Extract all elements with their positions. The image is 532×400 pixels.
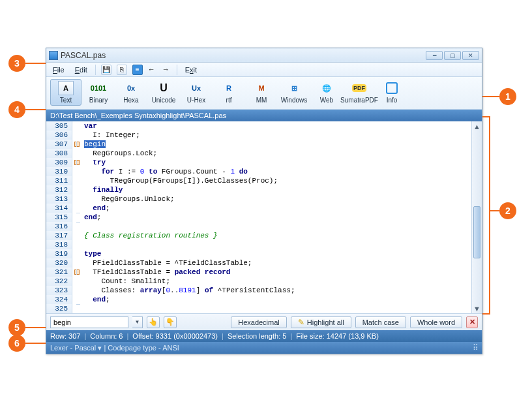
find-next-button[interactable]: 👇 — [164, 316, 177, 328]
code-line[interactable]: 318 — [46, 240, 471, 249]
app-window: PASCAL.pas ━ ▢ ✕ File Edit 💾 ⎘ ≡ ← → Exi… — [46, 48, 482, 354]
code-line[interactable]: 309 try — [46, 158, 471, 167]
code-text: PFieldClassTable = ^TFieldClassTable; — [81, 258, 252, 268]
code-text: try — [81, 158, 106, 167]
code-line[interactable]: 325 — [46, 304, 471, 313]
line-number: 319 — [46, 249, 72, 258]
toolbar: AText0101Binary0xHexaUUnicodeUxU-HexRrtf… — [46, 77, 482, 110]
toolbar-web-button[interactable]: 🌐Web — [311, 79, 342, 106]
toolbar-info-button[interactable]: Info — [376, 79, 407, 106]
code-text: { Class registration routines } — [81, 231, 218, 240]
code-line[interactable]: 305var — [46, 121, 471, 131]
code-line[interactable]: 321 TFieldClassTable = packed record — [46, 268, 471, 277]
app-icon — [49, 51, 58, 60]
code-text: finally — [81, 185, 123, 194]
status-codepage[interactable]: Codepage type - ANSI — [108, 344, 179, 352]
toolbar-binary-button[interactable]: 0101Binary — [83, 79, 114, 106]
whole-word-button[interactable]: Whole word — [410, 316, 462, 328]
menu-edit[interactable]: Edit — [72, 65, 90, 75]
annotation-2: 2 — [499, 202, 516, 219]
code-text: RegGroups.Unlock; — [81, 194, 175, 204]
scrollbar-thumb[interactable] — [473, 206, 480, 258]
find-dropdown[interactable]: ▼ — [132, 316, 143, 328]
menu-exit[interactable]: Exit — [183, 65, 200, 75]
toolbar-windows-button[interactable]: ⊞Windows — [278, 79, 310, 106]
code-text: end; — [81, 295, 110, 304]
code-line[interactable]: 323 Classes: array[0..8191] of ^TPersist… — [46, 286, 471, 295]
line-number: 307 — [46, 140, 72, 149]
code-editor[interactable]: 305var306 I: Integer;307begin308 RegGrou… — [46, 121, 471, 313]
toolbar-unicode-button[interactable]: UUnicode — [148, 79, 179, 106]
line-number: 313 — [46, 194, 72, 204]
line-number: 323 — [46, 286, 72, 295]
menu-icon-blank2[interactable]: → — [162, 65, 171, 74]
status-bar: Row: 307| Column: 6| Offset: 9331 (0x000… — [46, 330, 482, 342]
code-line[interactable]: 320 PFieldClassTable = ^TFieldClassTable… — [46, 258, 471, 268]
code-line[interactable]: 307begin — [46, 140, 471, 149]
code-text: Count: Smallint; — [81, 277, 170, 286]
status-row: Row: 307 — [50, 332, 80, 340]
line-number: 317 — [46, 231, 72, 240]
code-line[interactable]: 310 for I := 0 to FGroups.Count - 1 do — [46, 167, 471, 176]
code-text: end; — [81, 213, 101, 222]
line-number: 322 — [46, 277, 72, 286]
line-number: 315 — [46, 213, 72, 222]
line-number: 314 — [46, 204, 72, 213]
code-text: RegGroups.Lock; — [81, 149, 157, 158]
findbar-close-button[interactable]: ✕ — [466, 316, 478, 328]
code-line[interactable]: 324 end; — [46, 295, 471, 304]
code-line[interactable]: 319type — [46, 249, 471, 258]
toolbar-rtf-button[interactable]: Rrtf — [213, 79, 244, 106]
path-text: D:\Test Bench\_Exemples Syntaxhighlight\… — [50, 112, 226, 119]
line-number: 308 — [46, 149, 72, 158]
find-prev-button[interactable]: 👆 — [147, 316, 160, 328]
code-line[interactable]: 313 RegGroups.Unlock; — [46, 194, 471, 204]
code-line[interactable]: 306 I: Integer; — [46, 131, 471, 140]
annotation-5: 5 — [8, 319, 25, 336]
minimize-button[interactable]: ━ — [426, 51, 443, 60]
toolbar-text-button[interactable]: AText — [50, 79, 81, 106]
annotation-3: 3 — [8, 55, 25, 72]
line-number: 311 — [46, 176, 72, 185]
code-line[interactable]: 312 finally — [46, 185, 471, 194]
menu-icon-save[interactable]: 💾 — [101, 65, 111, 75]
match-case-button[interactable]: Match case — [355, 316, 406, 328]
toolbar-pdf-button[interactable]: PDFSumatraPDF — [344, 79, 375, 106]
code-line[interactable]: 308 RegGroups.Lock; — [46, 149, 471, 158]
code-text: end; — [81, 204, 110, 213]
vertical-scrollbar[interactable]: ▲ ▼ — [471, 121, 482, 313]
toolbar-hex-button[interactable]: 0xHexa — [115, 79, 147, 106]
toolbar-mm-button[interactable]: MMM — [246, 79, 277, 106]
code-line[interactable]: 314 end; — [46, 204, 471, 213]
code-text: TRegGroup(FGroups[I]).GetClasses(Proc); — [81, 176, 278, 185]
menu-file[interactable]: File — [50, 65, 67, 75]
line-number: 320 — [46, 258, 72, 268]
menu-icon-copy[interactable]: ⎘ — [117, 65, 127, 75]
menu-icon-tool[interactable]: ≡ — [132, 65, 143, 75]
code-line[interactable]: 317{ Class registration routines } — [46, 231, 471, 240]
status-bar-2: Lexer - Pascal ▾ | Codepage type - ANSI … — [46, 342, 482, 354]
code-text: var — [81, 121, 97, 131]
highlight-all-button[interactable]: ✎Highlight all — [291, 316, 351, 328]
resize-grip-icon[interactable]: ⠿ — [473, 343, 478, 352]
line-number: 312 — [46, 185, 72, 194]
maximize-button[interactable]: ▢ — [444, 51, 461, 60]
window-title: PASCAL.pas — [61, 51, 424, 60]
code-line[interactable]: 316 — [46, 222, 471, 231]
code-line[interactable]: 315end; — [46, 213, 471, 222]
menu-icon-blank[interactable]: ← — [148, 65, 157, 74]
find-input[interactable] — [50, 316, 128, 328]
status-offset: Offset: 9331 (0x00002473) — [132, 332, 218, 340]
code-line[interactable]: 322 Count: Smallint; — [46, 277, 471, 286]
status-filesize: File size: 14247 (13,9 KB) — [296, 332, 379, 340]
close-button[interactable]: ✕ — [462, 51, 479, 60]
hexadecimal-button[interactable]: Hexadecimal — [231, 316, 287, 328]
code-text: I: Integer; — [81, 131, 140, 140]
line-number: 306 — [46, 131, 72, 140]
code-line[interactable]: 311 TRegGroup(FGroups[I]).GetClasses(Pro… — [46, 176, 471, 185]
status-column: Column: 6 — [90, 332, 123, 340]
status-lexer[interactable]: Lexer - Pascal ▾ — [50, 344, 102, 352]
toolbar-uhex-button[interactable]: UxU-Hex — [181, 79, 212, 106]
titlebar[interactable]: PASCAL.pas ━ ▢ ✕ — [46, 48, 482, 63]
code-text: Classes: array[0..8191] of ^TPersistentC… — [81, 286, 295, 295]
